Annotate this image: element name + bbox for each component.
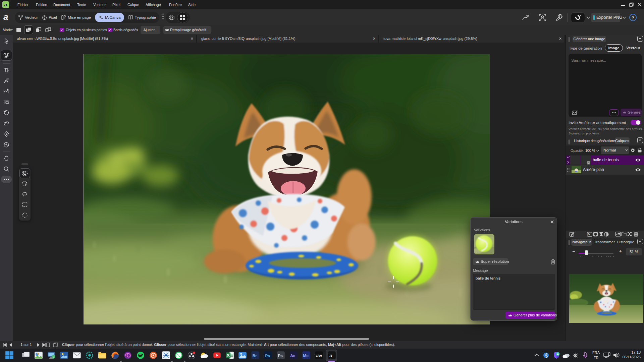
svg-text:a: a	[330, 353, 332, 358]
svg-text:Ps: Ps	[265, 353, 270, 358]
svg-text:Br: Br	[252, 353, 257, 358]
svg-text:Live: Live	[316, 354, 322, 357]
svg-text:Ps: Ps	[278, 353, 283, 358]
svg-text:fx: fx	[588, 233, 591, 236]
svg-text:Ae: Ae	[290, 353, 296, 358]
svg-text:Me: Me	[303, 353, 309, 358]
